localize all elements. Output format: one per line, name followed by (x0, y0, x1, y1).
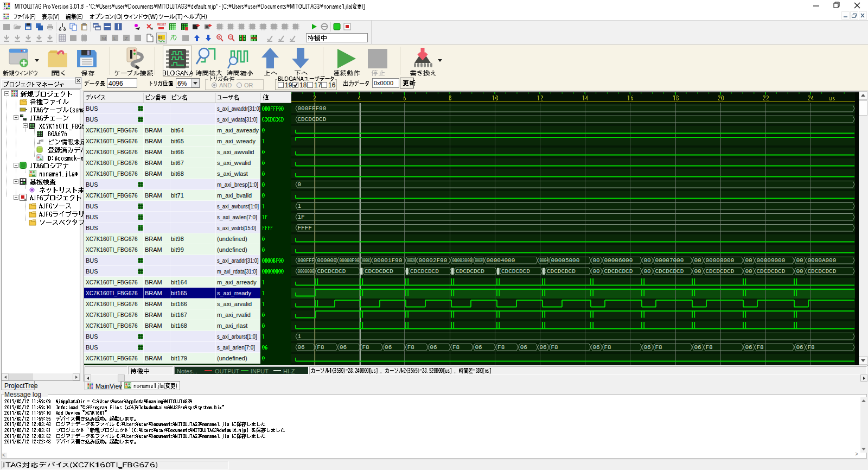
svg-text:F8: F8 (317, 344, 324, 351)
svg-text:00004000: 00004000 (487, 257, 515, 264)
svg-text:0000A000: 0000A000 (808, 257, 837, 264)
svg-text:CDCDCDCD: CDCDCDCD (365, 268, 393, 275)
svg-text:CDCDCDCD: CDCDCDCD (410, 268, 439, 275)
svg-text:00008000: 00008000 (706, 257, 735, 264)
svg-text:F8: F8 (706, 344, 713, 351)
svg-text:CDCDCDCD: CDCDCDCD (298, 116, 327, 123)
svg-text:F8: F8 (655, 344, 662, 351)
svg-text:00009000: 00009000 (757, 257, 786, 264)
svg-text:0: 0 (298, 181, 302, 188)
svg-text:F8: F8 (757, 344, 764, 351)
svg-text:CDCDCDCD: CDCDCDCD (655, 268, 684, 275)
svg-text:00: 00 (593, 257, 600, 264)
svg-text:BS: BS (158, 36, 163, 39)
svg-text:06: 06 (593, 344, 600, 351)
svg-text:00003F9: 00003F9 (475, 257, 484, 264)
svg-text:00005000: 00005000 (551, 257, 580, 264)
svg-text:000FFF90: 000FFF90 (298, 105, 327, 112)
svg-text:000FFF: 000FFF (298, 257, 315, 264)
svg-text:1: 1 (298, 203, 302, 209)
svg-text:00: 00 (796, 257, 803, 264)
svg-text:F8: F8 (808, 344, 815, 351)
svg-text:06: 06 (644, 344, 651, 351)
svg-text:L: L (113, 36, 116, 41)
svg-text:06: 06 (475, 344, 482, 351)
svg-text:CDCDCDCD: CDCDCDCD (757, 268, 786, 275)
svg-text:00003000: 00003000 (452, 257, 473, 264)
svg-text:06: 06 (298, 344, 305, 351)
svg-text:F8: F8 (407, 344, 414, 351)
svg-text:F8: F8 (604, 344, 611, 351)
svg-text:1: 1 (298, 333, 302, 340)
svg-text:00: 00 (796, 268, 803, 275)
svg-text:00001F90: 00001F90 (374, 257, 403, 264)
svg-text:06: 06 (540, 344, 547, 351)
svg-text:Z: Z (125, 36, 128, 41)
svg-text:F8: F8 (497, 344, 505, 351)
svg-text:F8: F8 (362, 344, 369, 351)
svg-text:00: 00 (694, 268, 701, 275)
svg-text:00000F90: 00000F90 (340, 257, 360, 264)
svg-text:CDCDCDCD: CDCDCDCD (501, 268, 530, 275)
svg-text:FFFF: FFFF (298, 225, 312, 231)
svg-text:06: 06 (796, 344, 803, 351)
svg-text:00: 00 (745, 268, 752, 275)
svg-text:06: 06 (745, 344, 752, 351)
svg-text:00: 00 (644, 268, 651, 275)
svg-text:CDCDCDCD: CDCDCDCD (706, 268, 735, 275)
svg-text:RESET: RESET (157, 23, 166, 26)
svg-text:00002F90: 00002F90 (419, 257, 448, 264)
svg-text:F8: F8 (551, 344, 558, 351)
svg-text:0000000: 0000000 (298, 268, 315, 275)
svg-text:06: 06 (430, 344, 437, 351)
svg-text:06: 06 (694, 344, 701, 351)
svg-text:06: 06 (520, 344, 527, 351)
svg-text:CDCDCDCD: CDCDCDCD (317, 268, 346, 275)
svg-text:00004: 00004 (540, 257, 548, 264)
svg-text:00001: 00001 (362, 257, 371, 264)
svg-text:00007000: 00007000 (655, 257, 684, 264)
svg-text:000000: 000000 (317, 257, 337, 264)
svg-text:06: 06 (385, 344, 392, 351)
svg-text:00: 00 (694, 257, 701, 264)
svg-text:1F: 1F (298, 214, 305, 220)
svg-text:CDCDCDCD: CDCDCDCD (456, 268, 484, 275)
svg-text:00: 00 (644, 257, 651, 264)
svg-text:00006000: 00006000 (604, 257, 633, 264)
svg-text:F8: F8 (452, 344, 459, 351)
svg-text:00: 00 (745, 257, 752, 264)
svg-text:CDCDCDCD: CDCDCDCD (808, 268, 837, 275)
svg-text:0000200: 0000200 (407, 257, 416, 264)
svg-text:CDCDCDCD: CDCDCDCD (604, 268, 633, 275)
svg-text:06: 06 (340, 344, 347, 351)
svg-text:M: M (102, 36, 106, 41)
svg-text:CDCDCDCD: CDCDCDCD (547, 268, 576, 275)
svg-text:00: 00 (593, 268, 600, 275)
